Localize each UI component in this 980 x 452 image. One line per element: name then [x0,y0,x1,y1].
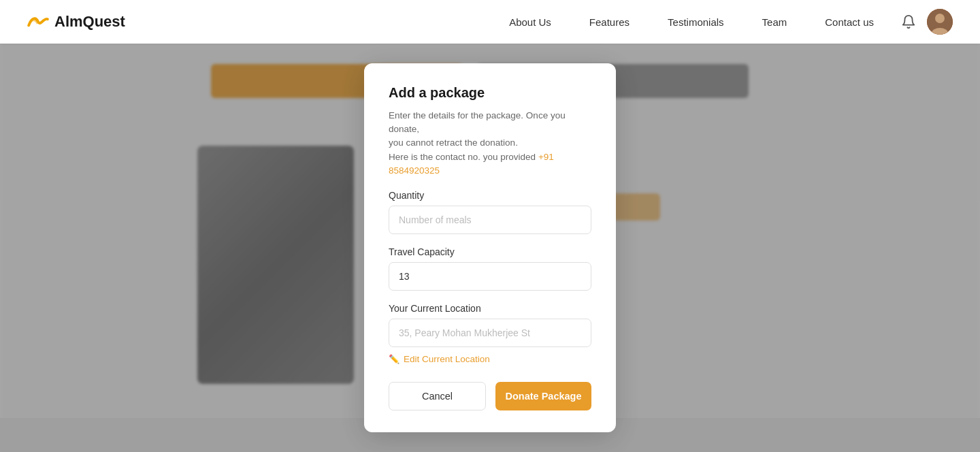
travel-capacity-group: Travel Capacity [389,246,591,291]
add-package-modal: Add a package Enter the details for the … [364,63,616,432]
modal-description: Enter the details for the package. Once … [389,109,591,178]
nav-testimonials[interactable]: Testimonials [668,16,724,28]
quantity-label: Quantity [389,190,591,201]
edit-location-label: Edit Current Location [404,354,490,364]
donate-package-button[interactable]: Donate Package [495,382,591,410]
nav-team[interactable]: Team [762,16,787,28]
modal-title: Add a package [389,85,591,101]
nav-features[interactable]: Features [589,16,630,28]
svg-point-1 [935,14,945,23]
location-label: Your Current Location [389,303,591,314]
location-group: Your Current Location ✏️ Edit Current Lo… [389,303,591,364]
user-avatar[interactable] [927,9,953,35]
navbar-actions [901,9,953,35]
quantity-input[interactable] [389,206,591,234]
modal-overlay: Add a package Enter the details for the … [0,44,980,452]
modal-actions: Cancel Donate Package [389,382,591,410]
travel-capacity-label: Travel Capacity [389,246,591,257]
travel-capacity-input[interactable] [389,262,591,291]
modal-desc-line2: you cannot retract the donation. [389,138,518,148]
logo[interactable]: AlmQuest [27,13,125,31]
nav-links: About Us Features Testimonials Team Cont… [509,16,874,28]
logo-text: AlmQuest [54,13,125,31]
nav-about[interactable]: About Us [509,16,551,28]
quantity-group: Quantity [389,190,591,234]
navbar: AlmQuest About Us Features Testimonials … [0,0,980,44]
notification-bell-icon[interactable] [901,14,916,29]
modal-desc-line3: Here is the contact no. you provided [389,152,536,162]
nav-contact[interactable]: Contact us [825,16,874,28]
location-input[interactable] [389,319,591,347]
modal-desc-line1: Enter the details for the package. Once … [389,110,566,134]
cancel-button[interactable]: Cancel [389,382,486,410]
pencil-icon: ✏️ [389,354,399,364]
edit-location-button[interactable]: ✏️ Edit Current Location [389,354,591,364]
